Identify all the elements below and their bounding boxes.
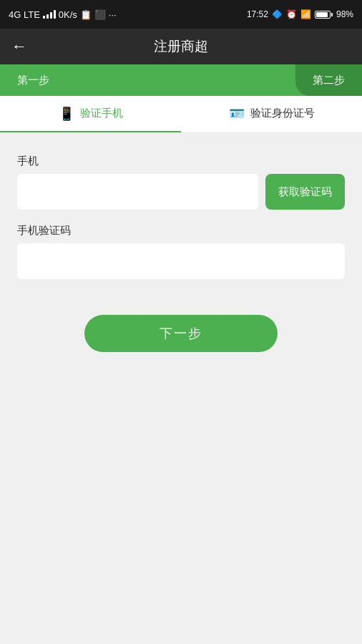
- battery-icon: [315, 11, 333, 19]
- sms-label: 手机验证码: [17, 224, 345, 238]
- status-left: 4G LTE 0K/s 📋 ⬛ ···: [9, 9, 117, 20]
- nav-bar: ← 注册商超: [0, 29, 362, 64]
- verify-id-option[interactable]: 🪪 验证身份证号: [181, 96, 362, 132]
- speed-label: 0K/s: [59, 9, 77, 20]
- alarm-icon: ⏰: [286, 9, 297, 19]
- nav-title: 注册商超: [154, 37, 208, 56]
- sms-section: 手机验证码: [17, 224, 345, 279]
- verify-phone-label: 验证手机: [80, 107, 123, 120]
- back-icon: ←: [11, 37, 27, 56]
- verify-phone-option[interactable]: 📱 验证手机: [0, 96, 181, 132]
- next-btn-wrap: 下一步: [17, 315, 345, 352]
- back-button[interactable]: ←: [11, 37, 27, 56]
- status-right: 17:52 🔷 ⏰ 📶 98%: [247, 9, 353, 19]
- phone-icon: 📱: [59, 106, 74, 122]
- status-bar: 4G LTE 0K/s 📋 ⬛ ··· 17:52 🔷 ⏰ 📶 98%: [0, 0, 362, 29]
- bluetooth-icon: 🔷: [272, 9, 283, 19]
- id-card-icon: 🪪: [229, 106, 245, 122]
- signal-icon: [43, 10, 56, 19]
- get-code-button[interactable]: 获取验证码: [265, 174, 345, 210]
- extra-icon: ⬛: [94, 9, 106, 20]
- steps-bar: 第一步 第二步: [0, 64, 362, 96]
- phone-input[interactable]: [17, 174, 258, 210]
- step1-label: 第一步: [17, 74, 49, 87]
- next-button[interactable]: 下一步: [84, 315, 278, 352]
- verify-options-row: 📱 验证手机 🪪 验证身份证号: [0, 96, 362, 133]
- phone-row: 获取验证码: [17, 174, 345, 210]
- verify-id-label: 验证身份证号: [250, 107, 315, 120]
- wifi-icon: 📶: [300, 9, 311, 19]
- phone-label: 手机: [17, 155, 345, 168]
- step2-label: 第二步: [313, 74, 345, 87]
- step1-tab[interactable]: 第一步: [0, 64, 67, 96]
- carrier-label: 4G LTE: [9, 9, 40, 20]
- step2-tab[interactable]: 第二步: [295, 64, 362, 96]
- sms-input[interactable]: [17, 243, 345, 279]
- battery-label: 98%: [336, 9, 353, 19]
- form-content: 手机 获取验证码 手机验证码 下一步: [0, 133, 362, 366]
- dots-label: ···: [109, 9, 117, 20]
- phone-section: 手机 获取验证码: [17, 155, 345, 210]
- sim-icon: 📋: [80, 9, 92, 20]
- time-label: 17:52: [247, 9, 268, 19]
